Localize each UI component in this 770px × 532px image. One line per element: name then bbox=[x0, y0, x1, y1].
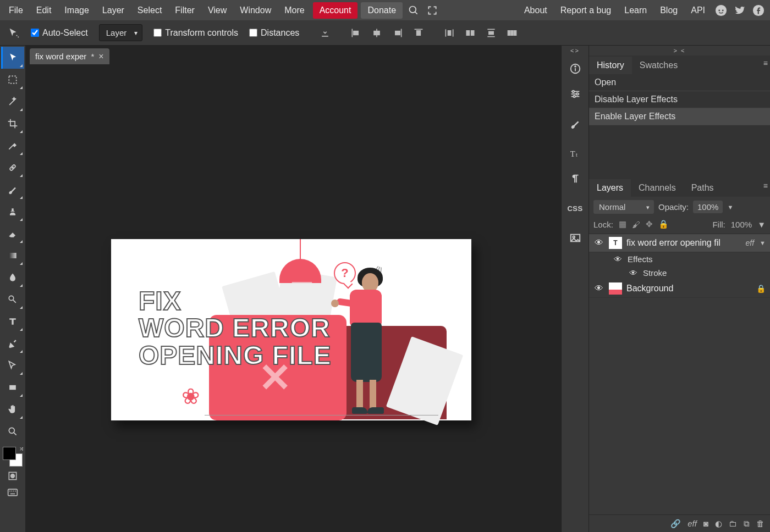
new-layer-icon[interactable]: ⧉ bbox=[744, 519, 750, 529]
link-layers-icon[interactable]: 🔗 bbox=[670, 519, 681, 529]
distribute-v-icon[interactable] bbox=[482, 24, 501, 42]
menu-learn[interactable]: Learn bbox=[618, 2, 653, 19]
align-right-icon[interactable] bbox=[388, 24, 407, 42]
visibility-toggle-icon[interactable]: 👁 bbox=[593, 284, 604, 293]
auto-select-checkbox[interactable]: Auto-Select bbox=[26, 28, 92, 38]
collapse-effects-icon[interactable]: ▼ bbox=[760, 240, 766, 246]
info-panel-icon[interactable] bbox=[563, 57, 587, 81]
tab-swatches[interactable]: Swatches bbox=[632, 57, 685, 74]
foreground-color[interactable] bbox=[3, 447, 16, 460]
auto-select-input[interactable] bbox=[31, 29, 39, 37]
canvas-viewport[interactable]: ✕ / | \ ? ❀ FIX WORD ERROR bbox=[25, 64, 561, 532]
menu-more[interactable]: More bbox=[278, 2, 311, 19]
document-tab[interactable]: fix word exper * × bbox=[30, 48, 109, 64]
collapse-panels-icon[interactable]: > < bbox=[589, 46, 770, 56]
visibility-toggle-icon[interactable]: 👁 bbox=[612, 254, 623, 264]
opacity-value[interactable]: 100% bbox=[693, 201, 723, 213]
new-group-icon[interactable]: 🗀 bbox=[729, 519, 737, 528]
brush-tool[interactable] bbox=[1, 179, 24, 201]
eyedropper-tool[interactable] bbox=[1, 135, 24, 157]
lock-all-icon[interactable]: 🔒 bbox=[658, 219, 669, 229]
image-panel-icon[interactable] bbox=[563, 226, 587, 250]
path-select-tool[interactable] bbox=[1, 354, 24, 376]
quickmask-icon[interactable] bbox=[1, 468, 24, 484]
expand-strip-icon[interactable]: <> bbox=[562, 46, 588, 56]
layer-effect-stroke[interactable]: 👁 Stroke bbox=[589, 266, 770, 280]
menu-file[interactable]: File bbox=[2, 2, 30, 19]
select-scope-dropdown[interactable]: Layer bbox=[99, 24, 143, 41]
reddit-icon[interactable] bbox=[712, 2, 730, 19]
artboard[interactable]: ✕ / | \ ? ❀ FIX WORD ERROR bbox=[111, 239, 471, 420]
paragraph-panel-icon[interactable] bbox=[563, 167, 587, 191]
close-tab-icon[interactable]: × bbox=[98, 52, 103, 61]
history-item[interactable]: Enable Layer Effects bbox=[589, 108, 770, 125]
history-item[interactable]: Open bbox=[589, 74, 770, 91]
crop-tool[interactable] bbox=[1, 113, 24, 135]
layer-effects-row[interactable]: 👁 Effects bbox=[589, 252, 770, 266]
layer-name[interactable]: fix word error opening fil bbox=[626, 238, 741, 248]
menu-blog[interactable]: Blog bbox=[653, 2, 684, 19]
adjustments-panel-icon[interactable] bbox=[563, 82, 587, 106]
menu-api[interactable]: API bbox=[684, 2, 712, 19]
menu-select[interactable]: Select bbox=[131, 2, 168, 19]
fullscreen-icon[interactable] bbox=[423, 2, 442, 19]
eraser-tool[interactable] bbox=[1, 223, 24, 245]
clone-tool[interactable] bbox=[1, 201, 24, 223]
lock-transparency-icon[interactable]: ▦ bbox=[619, 219, 626, 229]
pen-tool[interactable] bbox=[1, 332, 24, 354]
dodge-tool[interactable] bbox=[1, 289, 24, 311]
opacity-slider-icon[interactable]: ▼ bbox=[727, 204, 733, 210]
tab-paths[interactable]: Paths bbox=[684, 179, 722, 197]
download-icon[interactable] bbox=[316, 24, 334, 42]
type-tool[interactable] bbox=[1, 311, 24, 332]
facebook-icon[interactable] bbox=[749, 2, 768, 19]
character-panel-icon[interactable]: Tt bbox=[563, 141, 587, 165]
fill-slider-icon[interactable]: ▼ bbox=[757, 220, 766, 229]
delete-layer-icon[interactable]: 🗑 bbox=[756, 519, 765, 528]
twitter-icon[interactable] bbox=[730, 2, 749, 19]
visibility-toggle-icon[interactable]: 👁 bbox=[593, 238, 604, 248]
menu-window[interactable]: Window bbox=[233, 2, 278, 19]
hand-tool[interactable] bbox=[1, 398, 24, 420]
transform-controls-checkbox[interactable]: Transform controls bbox=[149, 28, 243, 38]
layer-thumbnail[interactable]: T bbox=[609, 237, 622, 249]
align-top-icon[interactable] bbox=[409, 24, 428, 42]
menu-filter[interactable]: Filter bbox=[168, 2, 201, 19]
layer-effects-icon[interactable]: eff bbox=[688, 519, 697, 528]
keyboard-icon[interactable] bbox=[1, 484, 24, 501]
history-item[interactable]: Disable Layer Effects bbox=[589, 91, 770, 108]
adjustment-layer-icon[interactable]: ◐ bbox=[715, 519, 722, 529]
tab-history[interactable]: History bbox=[589, 57, 632, 74]
marquee-tool[interactable] bbox=[1, 69, 24, 91]
lock-position-icon[interactable]: ✥ bbox=[646, 219, 653, 229]
healing-tool[interactable] bbox=[1, 157, 24, 179]
layers-panel-menu-icon[interactable]: ≡ bbox=[763, 181, 768, 190]
canvas-area[interactable]: fix word exper * × ✕ / | \ ? bbox=[25, 46, 561, 532]
visibility-toggle-icon[interactable]: 👁 bbox=[628, 268, 639, 278]
layer-thumbnail[interactable] bbox=[609, 282, 622, 295]
distribute-center-icon[interactable] bbox=[461, 24, 480, 42]
transform-controls-input[interactable] bbox=[153, 29, 162, 37]
layer-row[interactable]: 👁 Background 🔒 bbox=[589, 280, 770, 298]
layer-row[interactable]: 👁 T fix word error opening fil eff ▼ bbox=[589, 234, 770, 252]
layer-fx-badge[interactable]: eff bbox=[746, 239, 755, 247]
lock-pixels-icon[interactable]: 🖌 bbox=[632, 220, 640, 229]
fill-value[interactable]: 100% bbox=[731, 220, 752, 229]
distribute-h-icon[interactable] bbox=[440, 24, 459, 42]
gradient-tool[interactable] bbox=[1, 245, 24, 267]
tab-channels[interactable]: Channels bbox=[631, 179, 684, 197]
search-icon[interactable] bbox=[404, 2, 423, 19]
zoom-tool[interactable] bbox=[1, 420, 24, 442]
menu-image[interactable]: Image bbox=[58, 2, 95, 19]
blur-tool[interactable] bbox=[1, 267, 24, 289]
menu-account[interactable]: Account bbox=[313, 2, 358, 19]
distances-checkbox[interactable]: Distances bbox=[245, 28, 304, 38]
history-panel-menu-icon[interactable]: ≡ bbox=[763, 59, 768, 68]
layer-name[interactable]: Background bbox=[626, 284, 752, 293]
menu-layer[interactable]: Layer bbox=[96, 2, 131, 19]
move-tool[interactable] bbox=[1, 47, 24, 69]
color-swatches[interactable]: ⤭ bbox=[2, 446, 24, 468]
distances-input[interactable] bbox=[249, 29, 257, 37]
tab-layers[interactable]: Layers bbox=[589, 179, 631, 197]
distribute-spacing-icon[interactable] bbox=[503, 24, 521, 42]
